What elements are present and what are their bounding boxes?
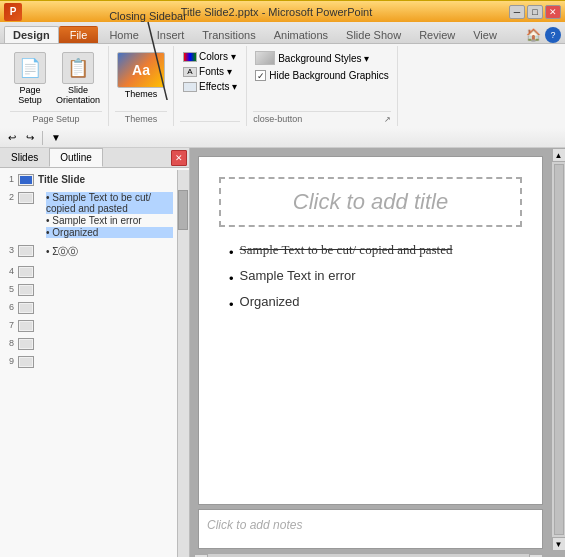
scroll-left-button[interactable]: ◄ bbox=[194, 554, 208, 558]
scroll-track[interactable] bbox=[554, 164, 564, 535]
ribbon-content: 📄 PageSetup 📋 SlideOrientation Page Setu… bbox=[0, 44, 565, 128]
ribbon-group-background: Background Styles ▾ Hide Background Grap… bbox=[247, 46, 398, 126]
slide-scrollbar[interactable]: ▲ ▼ bbox=[551, 148, 565, 551]
maximize-button[interactable]: □ bbox=[527, 5, 543, 19]
hide-background-checkbox[interactable]: Hide Background Graphics bbox=[253, 69, 391, 82]
slide-container: Click to add title • Sample Text to be c… bbox=[198, 156, 543, 505]
slide-thumb-7 bbox=[18, 320, 34, 332]
slide-num-1: 1 bbox=[4, 174, 14, 184]
slide-text-1: Title Slide bbox=[38, 174, 173, 185]
slide-thumb-9 bbox=[18, 356, 34, 368]
background-label-text: close-button bbox=[253, 114, 302, 124]
slide-thumb-8 bbox=[18, 338, 34, 350]
tab-animations[interactable]: Animations bbox=[265, 26, 337, 43]
slide-1-title: Title Slide bbox=[38, 174, 85, 185]
sigma-text: • Σ⓪⓪ bbox=[46, 246, 78, 257]
bullet-normal-1: • Sample Text in error bbox=[46, 215, 142, 226]
slide-thumb-preview-8 bbox=[20, 340, 32, 348]
hide-background-label: Hide Background Graphics bbox=[269, 70, 389, 81]
powerpoint-logo: P bbox=[4, 3, 22, 21]
themes-group-label: Themes bbox=[115, 111, 167, 124]
tab-file[interactable]: File bbox=[59, 26, 99, 43]
slide-bullet-2-text: Sample Text in error bbox=[240, 268, 356, 283]
tab-view[interactable]: View bbox=[464, 26, 506, 43]
fonts-label: Fonts ▾ bbox=[199, 66, 232, 77]
slide-title-placeholder[interactable]: Click to add title bbox=[219, 177, 522, 227]
effects-button[interactable]: Effects ▾ bbox=[180, 80, 240, 93]
tab-outline[interactable]: Outline bbox=[49, 148, 103, 167]
page-setup-buttons: 📄 PageSetup 📋 SlideOrientation bbox=[10, 48, 102, 109]
tab-home[interactable]: Home bbox=[100, 26, 147, 43]
tab-slideshow[interactable]: Slide Show bbox=[337, 26, 410, 43]
help-icon[interactable]: 🏠 bbox=[526, 28, 541, 42]
themes-button[interactable]: Aa Themes bbox=[115, 50, 167, 101]
window-controls: ─ □ ✕ bbox=[509, 5, 561, 19]
slide-entry-9: 9 bbox=[2, 354, 175, 370]
scroll-right-button[interactable]: ► bbox=[529, 554, 543, 558]
effects-label: Effects ▾ bbox=[199, 81, 237, 92]
slide-thumb-6 bbox=[18, 302, 34, 314]
slide-body: • Sample Text to be cut/ copied and past… bbox=[219, 242, 522, 312]
tab-slides[interactable]: Slides bbox=[0, 148, 49, 167]
background-styles-label: Background Styles ▾ bbox=[278, 53, 369, 64]
close-window-button[interactable]: ✕ bbox=[545, 5, 561, 19]
themes-label: Themes bbox=[125, 89, 158, 99]
slide-2-bullet-1: • Sample Text to be cut/ copied and past… bbox=[46, 192, 173, 214]
background-styles-icon bbox=[255, 51, 275, 65]
undo-button[interactable]: ↩ bbox=[4, 130, 20, 145]
sidebar-scrollbar[interactable] bbox=[177, 170, 189, 557]
slide-thumb-1 bbox=[18, 174, 34, 186]
slide-num-4: 4 bbox=[4, 266, 14, 276]
slide-entry-6: 6 bbox=[2, 300, 175, 316]
fonts-icon: A bbox=[183, 67, 197, 77]
close-sidebar-button[interactable]: ✕ bbox=[171, 150, 187, 166]
page-setup-group-label: Page Setup bbox=[10, 111, 102, 124]
colors-button[interactable]: Colors ▾ bbox=[180, 50, 239, 63]
page-setup-label: PageSetup bbox=[18, 85, 42, 105]
minimize-button[interactable]: ─ bbox=[509, 5, 525, 19]
bullet-dot-3: • bbox=[229, 297, 234, 312]
slide-main-area: ▲ ▼ Click to add title • Sample Text to … bbox=[190, 148, 565, 557]
tab-design[interactable]: Design bbox=[4, 26, 59, 43]
page-setup-button[interactable]: 📄 PageSetup bbox=[10, 50, 50, 107]
notes-area[interactable]: Click to add notes bbox=[198, 509, 543, 549]
slide-orientation-button[interactable]: 📋 SlideOrientation bbox=[54, 50, 102, 107]
slide-thumb-4 bbox=[18, 266, 34, 278]
quick-access-btn[interactable]: ▼ bbox=[47, 130, 65, 145]
slide-thumb-preview-6 bbox=[20, 304, 32, 312]
slide-thumb-preview-5 bbox=[20, 286, 32, 294]
bullet-dot-2: • bbox=[229, 271, 234, 286]
slide-thumb-2 bbox=[18, 192, 34, 204]
slide-thumb-preview-4 bbox=[20, 268, 32, 276]
background-group-label: close-button ↗ bbox=[253, 111, 391, 124]
fonts-button[interactable]: A Fonts ▾ bbox=[180, 65, 235, 78]
slide-num-2: 2 bbox=[4, 192, 14, 202]
tab-review[interactable]: Review bbox=[410, 26, 464, 43]
colors-label: Colors ▾ bbox=[199, 51, 236, 62]
slide-3-bullet-1: • Σ⓪⓪ bbox=[46, 245, 173, 259]
slide-entry-2: 2 • Sample Text to be cut/ copied and pa… bbox=[2, 190, 175, 241]
slide-thumb-preview-7 bbox=[20, 322, 32, 330]
redo-button[interactable]: ↪ bbox=[22, 130, 38, 145]
slide-2-bullet-2: • Sample Text in error bbox=[46, 215, 173, 226]
slide-num-7: 7 bbox=[4, 320, 14, 330]
sidebar-scroll-thumb[interactable] bbox=[178, 190, 188, 230]
scroll-down-button[interactable]: ▼ bbox=[552, 537, 566, 551]
slide-num-8: 8 bbox=[4, 338, 14, 348]
background-expand-icon[interactable]: ↗ bbox=[384, 115, 391, 124]
slide-bullet-2: • Sample Text in error bbox=[229, 268, 512, 286]
slide-title-text: Click to add title bbox=[293, 189, 448, 214]
tab-insert[interactable]: Insert bbox=[148, 26, 194, 43]
question-icon[interactable]: ? bbox=[545, 27, 561, 43]
tab-transitions[interactable]: Transitions bbox=[193, 26, 264, 43]
scroll-up-button[interactable]: ▲ bbox=[552, 148, 566, 162]
slide-2-bullets: • Sample Text to be cut/ copied and past… bbox=[38, 192, 173, 238]
bullet-dot-1: • bbox=[229, 245, 234, 260]
background-styles-button[interactable]: Background Styles ▾ bbox=[253, 50, 371, 66]
page-setup-icon: 📄 bbox=[14, 52, 46, 84]
slide-thumb-preview-3 bbox=[20, 247, 32, 255]
horizontal-scrollbar[interactable]: ◄ ► bbox=[194, 553, 543, 557]
slide-3-bullets: • Σ⓪⓪ bbox=[38, 245, 173, 259]
main-area: Slides Outline ✕ 1 Title Slide 2 bbox=[0, 148, 565, 557]
slide-entry-5: 5 bbox=[2, 282, 175, 298]
